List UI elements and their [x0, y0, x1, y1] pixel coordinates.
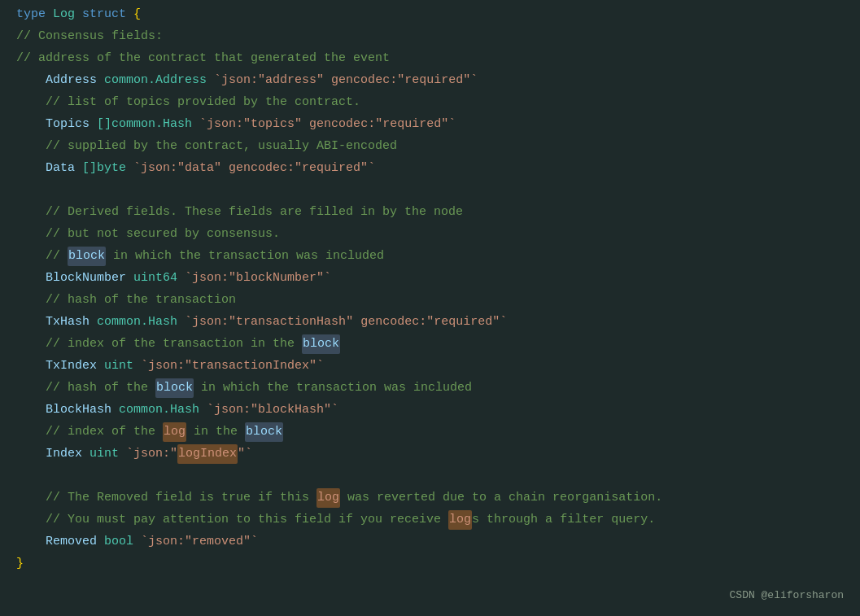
- code-line-15: TxHash common.Hash `json:"transactionHas…: [0, 311, 860, 333]
- code-line-10: // Derived fields. These fields are fill…: [0, 201, 860, 223]
- comment-block-rest: in which the transaction was included: [106, 247, 384, 266]
- field-address: Address: [46, 71, 97, 90]
- code-line-4: Address common.Address `json:"address" g…: [0, 69, 860, 91]
- comment-derived: // Derived fields. These fields are fill…: [16, 203, 463, 222]
- highlight-block-word: block: [68, 247, 106, 266]
- field-index: Index: [46, 444, 82, 464]
- highlight-logindex: logIndex: [177, 444, 238, 464]
- code-line-19: BlockHash common.Hash `json:"blockHash"`: [0, 399, 860, 421]
- field-data: Data: [46, 159, 75, 178]
- type-address: common.Address: [104, 71, 207, 90]
- highlight-logs-word: log: [448, 510, 472, 530]
- code-line-20: // index of the log in the block: [0, 421, 860, 443]
- code-line-21: Index uint `json:"logIndex"`: [0, 443, 860, 465]
- code-line-14: // hash of the transaction: [0, 289, 860, 311]
- code-line-2: // Consensus fields:: [0, 25, 860, 47]
- code-line-26: }: [0, 553, 860, 574]
- tag-blocknumber: `json:"blockNumber"`: [185, 269, 331, 288]
- highlight-log-word2: log: [316, 488, 340, 508]
- tag-removed: `json:"removed"`: [141, 532, 258, 552]
- code-line-25: Removed bool `json:"removed"`: [0, 531, 860, 553]
- code-line-13: BlockNumber uint64 `json:"blockNumber"`: [0, 267, 860, 289]
- code-line-5: // list of topics provided by the contra…: [0, 91, 860, 113]
- comment-txindex: // index of the transaction in the: [16, 334, 302, 354]
- tag-data: `json:"data" gencodec:"required"`: [133, 159, 375, 178]
- code-line-8: Data []byte `json:"data" gencodec:"requi…: [0, 157, 860, 179]
- comment-topics: // list of topics provided by the contra…: [16, 93, 360, 112]
- code-line-7: // supplied by the contract, usually ABI…: [0, 135, 860, 157]
- code-line-1: type Log struct {: [0, 3, 860, 25]
- comment-data: // supplied by the contract, usually ABI…: [16, 137, 397, 156]
- highlight-block-word2: block: [302, 334, 340, 354]
- comment-attention1: // You must pay attention to this field …: [16, 510, 448, 530]
- type-blockhash: common.Hash: [119, 400, 199, 420]
- type-uint-index: uint: [89, 444, 119, 464]
- field-blockhash: BlockHash: [46, 400, 111, 420]
- tag-index2: "`: [238, 444, 252, 464]
- field-blocknumber: BlockNumber: [46, 269, 126, 288]
- tag-blockhash: `json:"blockHash"`: [207, 400, 338, 420]
- comment-address: // address of the contract that generate…: [16, 49, 390, 68]
- type-topics: []common.Hash: [97, 115, 192, 134]
- code-line-16: // index of the transaction in the block: [0, 333, 860, 355]
- code-line-23: // The Removed field is true if this log…: [0, 487, 860, 509]
- comment-consensus2: // but not secured by consensus.: [16, 225, 280, 244]
- keyword-type: type: [16, 5, 46, 24]
- code-line-17: TxIndex uint `json:"transactionIndex"`: [0, 355, 860, 377]
- code-line-11: // but not secured by consensus.: [0, 223, 860, 245]
- comment-logindex: // index of the: [16, 422, 163, 442]
- watermark: CSDN @eliforsharon: [730, 588, 844, 605]
- comment-consensus: // Consensus fields:: [16, 27, 163, 46]
- code-line-empty1: [0, 179, 860, 201]
- struct-name-log: Log: [53, 5, 75, 24]
- close-brace: }: [16, 554, 24, 574]
- code-line-12: // block in which the transaction was in…: [0, 245, 860, 267]
- tag-txhash: `json:"transactionHash" gencodec:"requir…: [185, 312, 507, 332]
- field-txindex: TxIndex: [46, 356, 97, 376]
- type-txhash: common.Hash: [97, 312, 177, 332]
- highlight-block-word4: block: [245, 422, 283, 442]
- comment-block-in: //: [16, 247, 68, 266]
- type-uint64: uint64: [133, 269, 177, 288]
- comment-removed1: // The Removed field is true if this: [16, 488, 316, 508]
- code-line-18: // hash of the block in which the transa…: [0, 377, 860, 399]
- field-removed: Removed: [46, 532, 97, 552]
- code-line-24: // You must pay attention to this field …: [0, 509, 860, 531]
- code-line-empty2: [0, 465, 860, 487]
- code-line-3: // address of the contract that generate…: [0, 47, 860, 69]
- comment-removed2: was reverted due to a chain reorganisati…: [340, 488, 662, 508]
- tag-index: `json:": [126, 444, 177, 464]
- field-topics: Topics: [46, 115, 89, 134]
- type-bool: bool: [104, 532, 133, 552]
- keyword-struct: struct: [82, 5, 126, 24]
- tag-txindex: `json:"transactionIndex"`: [141, 356, 324, 376]
- highlight-block-word3: block: [155, 378, 194, 398]
- field-txhash: TxHash: [46, 312, 89, 332]
- comment-blockhash: // hash of the: [16, 378, 155, 398]
- code-container: type Log struct { // Consensus fields: /…: [0, 0, 860, 616]
- type-uint-tx: uint: [104, 356, 133, 376]
- tag-topics: `json:"topics" gencodec:"required"`: [199, 115, 456, 134]
- comment-attention2: s through a filter query.: [472, 510, 655, 530]
- type-data: []byte: [82, 159, 126, 178]
- comment-logindex2: in the: [186, 422, 245, 442]
- tag-address: `json:"address" gencodec:"required"`: [214, 71, 478, 90]
- code-line-6: Topics []common.Hash `json:"topics" genc…: [0, 113, 860, 135]
- comment-hash: // hash of the transaction: [16, 291, 236, 310]
- open-brace: {: [133, 5, 141, 24]
- highlight-log-word: log: [163, 422, 186, 442]
- comment-blockhash2: in which the transaction was included: [194, 378, 472, 398]
